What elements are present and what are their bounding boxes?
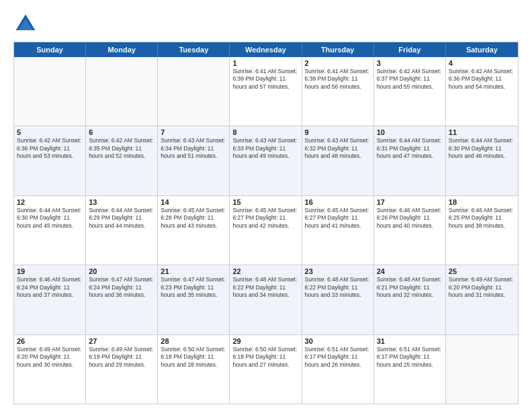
cell-sun-info: Sunrise: 6:48 AM Sunset: 6:22 PM Dayligh… [305,276,371,299]
day-number: 1 [232,59,298,67]
calendar-row-3: 12Sunrise: 6:44 AM Sunset: 6:30 PM Dayli… [14,195,518,265]
cal-cell-day-25: 25Sunrise: 6:49 AM Sunset: 6:20 PM Dayli… [446,265,518,334]
header-day-wednesday: Wednesday [230,42,302,57]
cal-cell-day-13: 13Sunrise: 6:44 AM Sunset: 6:29 PM Dayli… [86,196,158,265]
cal-cell-day-4: 4Sunrise: 6:42 AM Sunset: 6:36 PM Daylig… [446,57,518,126]
cell-sun-info: Sunrise: 6:49 AM Sunset: 6:20 PM Dayligh… [449,276,515,299]
cell-sun-info: Sunrise: 6:43 AM Sunset: 6:34 PM Dayligh… [161,137,226,160]
header-day-tuesday: Tuesday [158,42,230,57]
cell-sun-info: Sunrise: 6:45 AM Sunset: 6:28 PM Dayligh… [161,207,226,230]
cal-cell-empty [446,335,518,404]
cal-cell-day-2: 2Sunrise: 6:41 AM Sunset: 6:38 PM Daylig… [302,57,374,126]
day-number: 9 [305,128,371,136]
cal-cell-empty [158,57,230,126]
header-day-sunday: Sunday [14,42,86,57]
cal-cell-day-19: 19Sunrise: 6:46 AM Sunset: 6:24 PM Dayli… [14,265,86,334]
header-day-monday: Monday [86,42,158,57]
cal-cell-day-14: 14Sunrise: 6:45 AM Sunset: 6:28 PM Dayli… [158,196,230,265]
cal-cell-day-5: 5Sunrise: 6:42 AM Sunset: 6:36 PM Daylig… [14,126,86,195]
calendar-row-5: 26Sunrise: 6:49 AM Sunset: 6:20 PM Dayli… [14,334,518,404]
cal-cell-day-8: 8Sunrise: 6:43 AM Sunset: 6:33 PM Daylig… [230,126,302,195]
cal-cell-day-23: 23Sunrise: 6:48 AM Sunset: 6:22 PM Dayli… [302,265,374,334]
header-day-saturday: Saturday [446,42,518,57]
day-number: 11 [449,128,515,136]
day-number: 19 [17,267,83,275]
day-number: 31 [377,337,443,345]
cell-sun-info: Sunrise: 6:49 AM Sunset: 6:19 PM Dayligh… [89,346,154,369]
cal-cell-day-31: 31Sunrise: 6:51 AM Sunset: 6:17 PM Dayli… [374,335,446,404]
cell-sun-info: Sunrise: 6:42 AM Sunset: 6:37 PM Dayligh… [377,68,443,91]
cell-sun-info: Sunrise: 6:48 AM Sunset: 6:22 PM Dayligh… [232,276,298,299]
day-number: 12 [17,198,83,206]
logo [13,12,40,36]
logo-icon [13,12,38,36]
calendar-row-4: 19Sunrise: 6:46 AM Sunset: 6:24 PM Dayli… [14,265,518,334]
cal-cell-day-27: 27Sunrise: 6:49 AM Sunset: 6:19 PM Dayli… [86,335,158,404]
cell-sun-info: Sunrise: 6:49 AM Sunset: 6:20 PM Dayligh… [17,346,83,369]
cell-sun-info: Sunrise: 6:46 AM Sunset: 6:25 PM Dayligh… [449,207,515,230]
day-number: 13 [89,198,154,206]
cell-sun-info: Sunrise: 6:46 AM Sunset: 6:24 PM Dayligh… [17,276,83,299]
cal-cell-day-18: 18Sunrise: 6:46 AM Sunset: 6:25 PM Dayli… [446,196,518,265]
cell-sun-info: Sunrise: 6:48 AM Sunset: 6:21 PM Dayligh… [377,276,443,299]
cell-sun-info: Sunrise: 6:43 AM Sunset: 6:32 PM Dayligh… [305,137,371,160]
calendar-header: SundayMondayTuesdayWednesdayThursdayFrid… [14,42,518,57]
cal-cell-day-30: 30Sunrise: 6:51 AM Sunset: 6:17 PM Dayli… [302,335,374,404]
cell-sun-info: Sunrise: 6:47 AM Sunset: 6:23 PM Dayligh… [161,276,226,299]
cal-cell-day-29: 29Sunrise: 6:50 AM Sunset: 6:18 PM Dayli… [230,335,302,404]
day-number: 16 [305,198,371,206]
cal-cell-day-15: 15Sunrise: 6:45 AM Sunset: 6:27 PM Dayli… [230,196,302,265]
day-number: 24 [377,267,443,275]
cal-cell-day-21: 21Sunrise: 6:47 AM Sunset: 6:23 PM Dayli… [158,265,230,334]
cal-cell-day-16: 16Sunrise: 6:45 AM Sunset: 6:27 PM Dayli… [302,196,374,265]
cell-sun-info: Sunrise: 6:45 AM Sunset: 6:27 PM Dayligh… [232,207,298,230]
cal-cell-day-6: 6Sunrise: 6:42 AM Sunset: 6:35 PM Daylig… [86,126,158,195]
day-number: 3 [377,59,443,67]
cal-cell-day-7: 7Sunrise: 6:43 AM Sunset: 6:34 PM Daylig… [158,126,230,195]
day-number: 17 [377,198,443,206]
day-number: 28 [161,337,226,345]
cell-sun-info: Sunrise: 6:50 AM Sunset: 6:18 PM Dayligh… [161,346,226,369]
cell-sun-info: Sunrise: 6:41 AM Sunset: 6:39 PM Dayligh… [232,68,298,91]
day-number: 7 [161,128,226,136]
cal-cell-day-9: 9Sunrise: 6:43 AM Sunset: 6:32 PM Daylig… [302,126,374,195]
day-number: 15 [232,198,298,206]
cal-cell-day-1: 1Sunrise: 6:41 AM Sunset: 6:39 PM Daylig… [230,57,302,126]
cell-sun-info: Sunrise: 6:44 AM Sunset: 6:30 PM Dayligh… [449,137,515,160]
day-number: 27 [89,337,154,345]
cell-sun-info: Sunrise: 6:51 AM Sunset: 6:17 PM Dayligh… [377,346,443,369]
cal-cell-day-20: 20Sunrise: 6:47 AM Sunset: 6:24 PM Dayli… [86,265,158,334]
day-number: 29 [232,337,298,345]
day-number: 14 [161,198,226,206]
cell-sun-info: Sunrise: 6:41 AM Sunset: 6:38 PM Dayligh… [305,68,371,91]
day-number: 10 [377,128,443,136]
cell-sun-info: Sunrise: 6:42 AM Sunset: 6:35 PM Dayligh… [89,137,154,160]
cell-sun-info: Sunrise: 6:44 AM Sunset: 6:30 PM Dayligh… [17,207,83,230]
day-number: 30 [305,337,371,345]
day-number: 20 [89,267,154,275]
calendar: SundayMondayTuesdayWednesdayThursdayFrid… [13,42,519,404]
day-number: 5 [17,128,83,136]
day-number: 25 [449,267,515,275]
day-number: 22 [232,267,298,275]
cal-cell-empty [14,57,86,126]
header [13,12,519,36]
day-number: 8 [232,128,298,136]
cal-cell-day-24: 24Sunrise: 6:48 AM Sunset: 6:21 PM Dayli… [374,265,446,334]
day-number: 21 [161,267,226,275]
cal-cell-day-12: 12Sunrise: 6:44 AM Sunset: 6:30 PM Dayli… [14,196,86,265]
cell-sun-info: Sunrise: 6:42 AM Sunset: 6:36 PM Dayligh… [17,137,83,160]
calendar-body: 1Sunrise: 6:41 AM Sunset: 6:39 PM Daylig… [14,57,518,404]
header-day-friday: Friday [374,42,446,57]
cell-sun-info: Sunrise: 6:44 AM Sunset: 6:29 PM Dayligh… [89,207,154,230]
day-number: 26 [17,337,83,345]
cal-cell-day-3: 3Sunrise: 6:42 AM Sunset: 6:37 PM Daylig… [374,57,446,126]
cell-sun-info: Sunrise: 6:46 AM Sunset: 6:26 PM Dayligh… [377,207,443,230]
cal-cell-empty [86,57,158,126]
cal-cell-day-22: 22Sunrise: 6:48 AM Sunset: 6:22 PM Dayli… [230,265,302,334]
page: SundayMondayTuesdayWednesdayThursdayFrid… [0,0,532,411]
cell-sun-info: Sunrise: 6:47 AM Sunset: 6:24 PM Dayligh… [89,276,154,299]
header-day-thursday: Thursday [302,42,374,57]
cal-cell-day-17: 17Sunrise: 6:46 AM Sunset: 6:26 PM Dayli… [374,196,446,265]
cell-sun-info: Sunrise: 6:42 AM Sunset: 6:36 PM Dayligh… [449,68,515,91]
